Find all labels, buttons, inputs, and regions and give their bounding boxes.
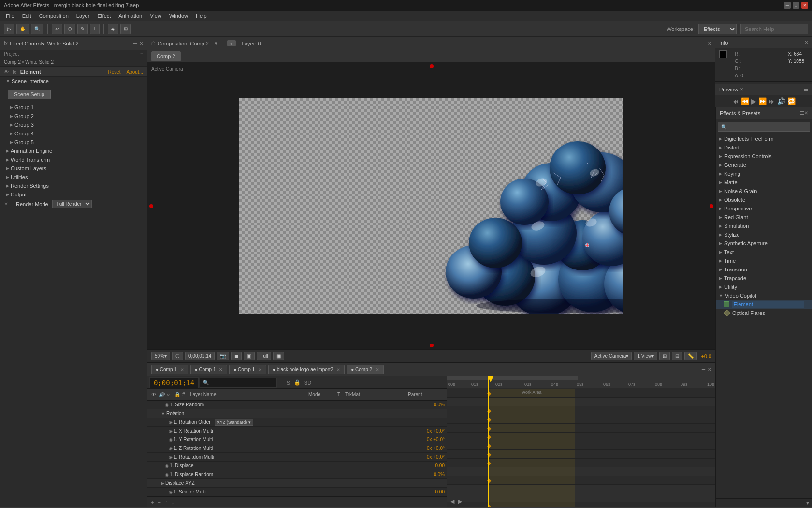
help-search-input[interactable]: [740, 24, 808, 34]
category-stylize[interactable]: ▶ Stylize: [716, 230, 812, 239]
menu-help[interactable]: Help: [192, 12, 211, 20]
grid-btn[interactable]: ⊞: [659, 352, 670, 360]
comp1-tab-2[interactable]: ● Comp 1 ✕: [190, 365, 228, 374]
scroll-right-btn[interactable]: ▶: [457, 498, 464, 505]
comp1-tab-3[interactable]: ● Comp 1 ✕: [229, 365, 266, 374]
layer-rotation-order[interactable]: ◉ 1. Rotation Order XYZ (Standard) ▾: [147, 418, 447, 427]
effect-reset-btn[interactable]: Reset: [108, 69, 120, 75]
category-synthetic-aperture[interactable]: ▶ Synthetic Aperture: [716, 239, 812, 248]
utilities-arrow[interactable]: ▶: [6, 175, 9, 179]
time-code[interactable]: 0;00;01;14: [185, 352, 215, 360]
show-channel-btn[interactable]: ◼: [231, 352, 242, 360]
resolution-btn[interactable]: ⬡: [172, 352, 183, 360]
rotation-expand[interactable]: ▼: [161, 411, 165, 416]
time-display[interactable]: 0;00;01;14: [149, 377, 199, 388]
3d-layer-btn[interactable]: 3D: [303, 379, 313, 386]
toolbar-tool-2[interactable]: ✋: [16, 24, 29, 34]
info-panel-close[interactable]: ✕: [804, 40, 808, 45]
category-red-giant[interactable]: ▶ Red Giant: [716, 213, 812, 222]
rotation-order-select[interactable]: XYZ (Standard) ▾: [215, 419, 253, 426]
comp2-timeline-tab[interactable]: ● Comp 2 ✕: [347, 365, 384, 374]
category-keying[interactable]: ▶ Keying: [716, 169, 812, 178]
quality-selector[interactable]: Full: [257, 352, 271, 360]
animation-engine-item[interactable]: ▶ Animation Engine: [0, 147, 147, 155]
show-alpha-btn[interactable]: ▣: [244, 352, 255, 360]
menu-effect[interactable]: Effect: [93, 12, 115, 20]
zoom-control[interactable]: 50% ▾: [151, 352, 170, 360]
group4-arrow[interactable]: ▶: [10, 131, 13, 136]
size-random-expand[interactable]: ◉: [165, 403, 169, 407]
blackhole-tab[interactable]: ● black hole logo ae import2 ✕: [268, 365, 345, 374]
utilities-item[interactable]: ▶ Utilities: [0, 173, 147, 181]
scene-setup-button[interactable]: Scene Setup: [8, 90, 51, 99]
workspace-selector[interactable]: Effects Standard Minimal: [698, 24, 737, 34]
scroll-left-btn[interactable]: ◀: [449, 498, 456, 505]
minimize-button[interactable]: ─: [784, 2, 791, 9]
scene-interface-item[interactable]: ▼ Scene Interface: [0, 77, 147, 86]
layer-displace-random[interactable]: ◉ 1. Displace Random 0.0%: [147, 470, 447, 479]
effects-menu-btn[interactable]: ☰: [800, 110, 804, 116]
panel-menu-btn[interactable]: ☰: [133, 41, 137, 46]
layer-scatter-multi[interactable]: ◉ 1. Scatter Multi 0.00: [147, 488, 447, 496]
effect-visibility-icon[interactable]: 👁: [4, 69, 9, 75]
menu-composition[interactable]: Composition: [35, 12, 72, 20]
guides-btn[interactable]: ⊟: [672, 352, 682, 360]
menu-animation[interactable]: Animation: [115, 12, 146, 20]
maximize-button[interactable]: □: [793, 2, 799, 9]
timeline-menu-btn[interactable]: ☰: [701, 367, 706, 372]
effects-scroll-down[interactable]: ▼: [805, 500, 810, 506]
category-time[interactable]: ▶ Time: [716, 256, 812, 265]
toolbar-tool-7[interactable]: T: [90, 24, 100, 34]
camera-selector[interactable]: Active Camera ▾: [591, 352, 632, 360]
toolbar-tool-1[interactable]: ▷: [4, 24, 14, 34]
category-transition[interactable]: ▶ Transition: [716, 265, 812, 274]
world-transform-item[interactable]: ▶ World Transform: [0, 155, 147, 164]
category-video-copilot[interactable]: ▼ Video Copilot: [716, 291, 812, 300]
comp-panel-dropdown[interactable]: ▾: [215, 40, 218, 46]
toolbar-tool-8[interactable]: ◈: [108, 24, 118, 34]
layer-search-input[interactable]: [200, 378, 277, 388]
rulers-btn[interactable]: 📏: [684, 352, 697, 360]
render-mode-selector[interactable]: Full Render Draft: [52, 200, 92, 208]
group5-arrow[interactable]: ▶: [10, 140, 13, 145]
layer-add-btn[interactable]: +: [149, 499, 155, 506]
preview-play-stop[interactable]: ▶: [751, 97, 756, 105]
render-settings-item[interactable]: ▶ Render Settings: [0, 181, 147, 190]
category-perspective[interactable]: ▶ Perspective: [716, 204, 812, 213]
world-transform-arrow[interactable]: ▶: [6, 157, 9, 162]
menu-edit[interactable]: Edit: [18, 12, 35, 20]
layer-delete-btn[interactable]: −: [156, 499, 162, 506]
category-text[interactable]: ▶ Text: [716, 248, 812, 256]
view-selector[interactable]: 1 View ▾: [634, 352, 657, 360]
layer-z-rotation[interactable]: ◉ 1. Z Rotation Multi 0x +0.0°: [147, 444, 447, 453]
composition-viewport[interactable]: Active Camera: [147, 62, 715, 349]
preview-audio[interactable]: 🔊: [777, 97, 785, 105]
preview-prev-frame[interactable]: ⏪: [741, 97, 749, 105]
effects-search-input[interactable]: [718, 122, 810, 132]
record-btn[interactable]: ●: [227, 40, 236, 46]
preview-loop[interactable]: 🔁: [787, 97, 796, 105]
layer-x-rotation[interactable]: ◉ 1. X Rotation Multi 0x +0.0°: [147, 427, 447, 435]
render-settings-arrow[interactable]: ▶: [6, 183, 9, 188]
group5-item[interactable]: ▶ Group 5: [0, 138, 147, 147]
layer-y-rotation[interactable]: ◉ 1. Y Rotation Multi 0x +0.0°: [147, 435, 447, 444]
output-arrow[interactable]: ▶: [6, 192, 9, 197]
region-btn[interactable]: ▣: [273, 352, 284, 360]
category-simulation[interactable]: ▶ Simulation: [716, 222, 812, 230]
close-button[interactable]: ✕: [801, 2, 808, 9]
category-distort[interactable]: ▶ Distort: [716, 143, 812, 152]
toolbar-tool-4[interactable]: ↩: [52, 24, 62, 34]
comp1-tab-1[interactable]: ● Comp 1 ✕: [151, 365, 188, 374]
menu-window[interactable]: Window: [165, 12, 192, 20]
comp2-tab[interactable]: Comp 2: [151, 51, 181, 61]
layer-up-btn[interactable]: ↑: [163, 499, 169, 506]
new-layer-btn[interactable]: +: [278, 379, 284, 386]
panel-expand-btn[interactable]: ≡: [140, 51, 143, 57]
layer-solo-btn[interactable]: S: [285, 379, 291, 386]
playhead[interactable]: [488, 376, 489, 507]
scene-interface-arrow[interactable]: ▼: [6, 79, 10, 84]
category-utility[interactable]: ▶ Utility: [716, 283, 812, 291]
layer-size-random[interactable]: ◉ 1. Size Random 0.0%: [147, 401, 447, 409]
category-matte[interactable]: ▶ Matte: [716, 178, 812, 187]
menu-layer[interactable]: Layer: [72, 12, 94, 20]
